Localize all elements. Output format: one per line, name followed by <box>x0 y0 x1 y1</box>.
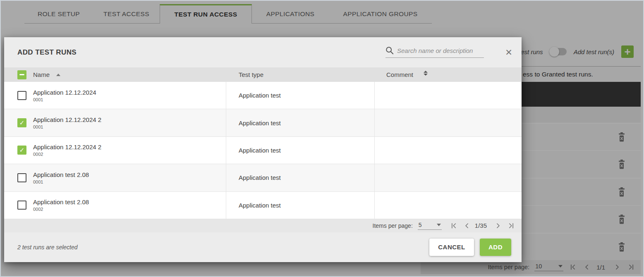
search-input[interactable] <box>397 47 482 54</box>
dialog-footer: 2 test runs are selected CANCEL ADD <box>4 232 522 262</box>
close-button[interactable]: ✕ <box>503 47 515 58</box>
chevron-left-icon <box>463 222 471 230</box>
test-run-row[interactable]: ✓ Application 12.12.2024 0001 Applicatio… <box>4 82 522 109</box>
dialog-pagination: Items per page: 5 1/35 <box>4 219 522 232</box>
test-run-name: Application test 2.08 <box>33 171 89 178</box>
first-page-icon <box>450 222 458 230</box>
test-run-comment <box>374 192 522 219</box>
items-per-page-label: Items per page: <box>373 222 413 229</box>
test-run-comment <box>374 164 522 191</box>
dropdown-caret-icon <box>437 224 441 226</box>
test-run-name: Application test 2.08 <box>33 198 89 205</box>
cancel-button[interactable]: CANCEL <box>429 239 474 256</box>
test-run-type: Application test <box>226 82 374 109</box>
last-page-button[interactable] <box>507 221 516 230</box>
sort-ascending-icon <box>56 74 60 76</box>
chevron-right-icon <box>494 222 502 230</box>
check-icon: ✓ <box>19 119 25 127</box>
test-run-row[interactable]: ✓ Application 12.12.2024 2 0001 Applicat… <box>4 109 522 136</box>
test-run-comment <box>374 82 522 109</box>
column-header-name[interactable]: Name <box>33 71 50 78</box>
test-run-row[interactable]: ✓ Application 12.12.2024 2 0002 Applicat… <box>4 137 522 164</box>
close-icon: ✕ <box>505 48 512 57</box>
selection-status-text: 2 test runs are selected <box>17 244 429 251</box>
column-header-comment[interactable]: Comment <box>386 71 413 78</box>
next-page-button[interactable] <box>493 221 503 230</box>
test-run-name: Application 12.12.2024 2 <box>33 143 101 150</box>
test-run-code: 0001 <box>33 97 96 102</box>
previous-page-button[interactable] <box>462 221 472 230</box>
screen: ROLE SETUP TEST ACCESS TEST RUN ACCESS A… <box>0 0 644 277</box>
test-run-code: 0002 <box>33 152 101 157</box>
indeterminate-icon <box>19 74 24 75</box>
test-run-row[interactable]: ✓ Application test 2.08 0001 Application… <box>4 164 522 191</box>
test-run-type: Application test <box>226 109 374 136</box>
row-checkbox[interactable]: ✓ <box>17 146 26 155</box>
test-run-name: Application 12.12.2024 2 <box>33 116 101 123</box>
test-run-comment <box>374 109 522 136</box>
search-field[interactable] <box>385 46 484 58</box>
test-run-code: 0001 <box>33 179 89 184</box>
test-run-row[interactable]: ✓ Application test 2.08 0002 Application… <box>4 192 522 219</box>
test-run-comment <box>374 137 522 164</box>
test-run-code: 0001 <box>33 124 101 129</box>
test-runs-table-body: ✓ Application 12.12.2024 0001 Applicatio… <box>4 82 522 219</box>
items-per-page-select[interactable]: 5 <box>418 222 442 230</box>
select-all-checkbox[interactable] <box>17 70 26 79</box>
last-page-icon <box>507 222 515 230</box>
check-icon: ✓ <box>19 146 25 154</box>
test-run-code: 0002 <box>33 207 89 212</box>
row-checkbox[interactable]: ✓ <box>17 201 26 210</box>
add-button[interactable]: ADD <box>480 239 511 256</box>
column-header-test-type[interactable]: Test type <box>239 71 263 78</box>
dialog-title: ADD TEST RUNS <box>17 48 77 57</box>
search-icon <box>385 46 394 55</box>
row-checkbox[interactable]: ✓ <box>17 118 26 127</box>
test-run-type: Application test <box>226 137 374 164</box>
sort-icon[interactable] <box>424 71 428 76</box>
test-run-type: Application test <box>226 164 374 191</box>
dialog-header: ADD TEST RUNS ✕ <box>4 37 522 67</box>
first-page-button[interactable] <box>449 221 458 230</box>
page-indicator: 1/35 <box>475 222 487 229</box>
row-checkbox[interactable]: ✓ <box>17 173 26 182</box>
add-test-runs-dialog: ADD TEST RUNS ✕ Name Test type Comment ✓… <box>4 37 522 262</box>
test-run-type: Application test <box>226 192 374 219</box>
table-header: Name Test type Comment <box>4 67 522 82</box>
test-run-name: Application 12.12.2024 <box>33 89 96 96</box>
row-checkbox[interactable]: ✓ <box>17 91 26 100</box>
